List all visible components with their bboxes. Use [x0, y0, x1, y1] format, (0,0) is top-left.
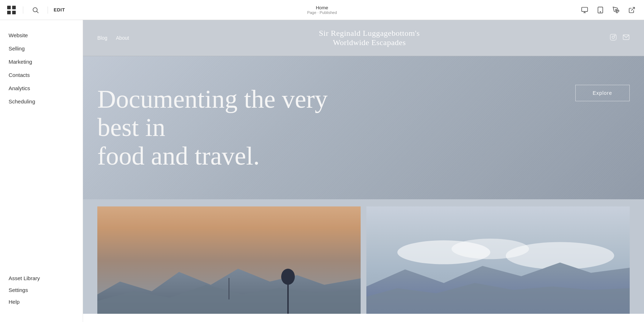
sidebar-item-scheduling[interactable]: Scheduling [9, 95, 74, 108]
sidebar-item-selling[interactable]: Selling [9, 42, 74, 55]
sidebar-bottom: Asset Library Settings Help [0, 272, 83, 313]
design-button[interactable] [610, 4, 623, 16]
gallery-item-right [366, 206, 630, 314]
site-title-line2: Worldwide Escapades [319, 38, 420, 47]
site-nav: Blog About [97, 35, 129, 41]
sidebar-nav: Website Selling Marketing Contacts Analy… [0, 29, 83, 272]
hero-text: Documenting the very best in food and tr… [97, 85, 348, 170]
svg-line-12 [631, 7, 634, 10]
svg-rect-13 [610, 34, 616, 40]
sidebar-item-website[interactable]: Website [9, 29, 74, 42]
gallery-item-left [97, 206, 361, 314]
email-icon[interactable] [623, 34, 630, 43]
svg-point-14 [612, 36, 615, 38]
svg-point-20 [281, 269, 295, 285]
svg-rect-0 [7, 6, 11, 9]
svg-point-4 [33, 8, 37, 12]
topbar-divider-2 [48, 6, 48, 14]
page-status: Page · Published [307, 10, 337, 15]
svg-point-11 [615, 9, 616, 10]
svg-point-10 [600, 11, 601, 12]
topbar-center: Home Page · Published [307, 5, 337, 15]
hero-heading-line2: food and travel. [97, 142, 260, 170]
nav-blog[interactable]: Blog [97, 35, 107, 41]
gallery-image-mountains-sunset [97, 206, 361, 314]
external-link-button[interactable] [625, 4, 638, 16]
tablet-view-button[interactable] [594, 4, 607, 16]
hero-heading-line1: Documenting the very best in [97, 85, 328, 142]
preview-content: Blog About Sir Reginald Luggagebottom's … [83, 20, 644, 322]
sidebar-item-help[interactable]: Help [9, 296, 74, 308]
svg-rect-6 [582, 7, 588, 11]
svg-line-5 [37, 11, 39, 13]
hero-section: Documenting the very best in food and tr… [83, 56, 644, 199]
sidebar-item-contacts[interactable]: Contacts [9, 68, 74, 82]
gallery-image-cloudy-mountains [366, 206, 630, 314]
nav-about[interactable]: About [116, 35, 129, 41]
sidebar-item-asset-library[interactable]: Asset Library [9, 272, 74, 284]
main-layout: Website Selling Marketing Contacts Analy… [0, 20, 644, 322]
sidebar-item-settings[interactable]: Settings [9, 284, 74, 296]
site-social-icons [610, 34, 630, 43]
svg-rect-3 [12, 11, 16, 14]
desktop-view-button[interactable] [578, 4, 591, 16]
topbar-divider [23, 6, 23, 14]
instagram-icon[interactable] [610, 34, 617, 43]
svg-rect-2 [7, 11, 11, 14]
site-title-line1: Sir Reginald Luggagebottom's [319, 29, 420, 38]
svg-rect-1 [12, 6, 16, 9]
topbar-right [578, 4, 638, 16]
svg-point-15 [615, 35, 615, 36]
sidebar-item-analytics[interactable]: Analytics [9, 82, 74, 95]
hero-cta-button[interactable]: Explore [575, 85, 630, 101]
page-name: Home [307, 5, 337, 10]
edit-label: EDIT [54, 7, 65, 13]
topbar-left: EDIT [6, 4, 65, 16]
search-button[interactable] [29, 4, 42, 16]
sidebar-item-marketing[interactable]: Marketing [9, 55, 74, 68]
site-title: Sir Reginald Luggagebottom's Worldwide E… [319, 29, 420, 47]
gallery-section [83, 199, 644, 314]
website-preview[interactable]: Blog About Sir Reginald Luggagebottom's … [83, 20, 644, 322]
squarespace-logo[interactable] [6, 4, 17, 16]
site-header: Blog About Sir Reginald Luggagebottom's … [83, 20, 644, 56]
sidebar: Website Selling Marketing Contacts Analy… [0, 20, 83, 322]
topbar: EDIT Home Page · Published [0, 0, 644, 20]
